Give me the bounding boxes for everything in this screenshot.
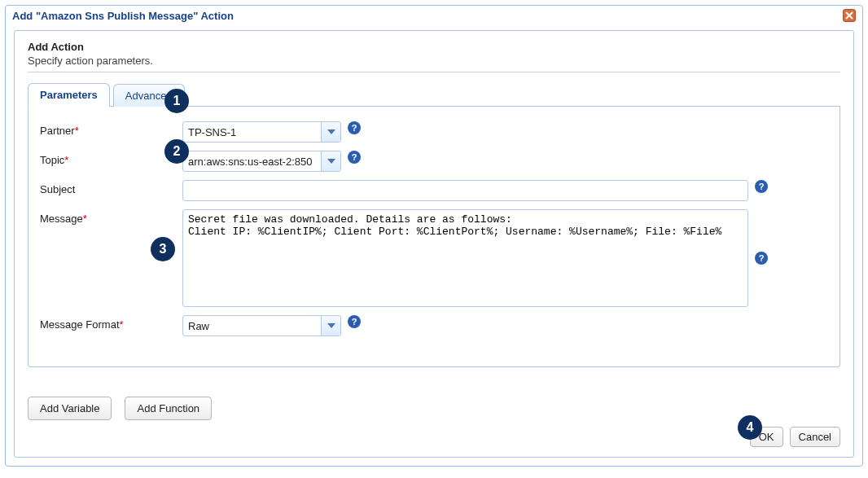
add-function-button[interactable]: Add Function xyxy=(125,397,212,420)
label-subject: Subject xyxy=(40,180,182,195)
dialog: Add "Amazon Sns Publish Message" Action … xyxy=(5,5,863,467)
tab-parameters[interactable]: Parameters xyxy=(28,83,110,107)
row-topic: Topic* ? xyxy=(40,151,828,172)
help-icon[interactable]: ? xyxy=(348,151,361,164)
cancel-button[interactable]: Cancel xyxy=(790,427,840,447)
dialog-body: Add Action Specify action parameters. Pa… xyxy=(6,25,862,466)
subject-input[interactable] xyxy=(182,180,748,201)
label-topic-text: Topic xyxy=(40,154,64,166)
required-marker: * xyxy=(75,125,79,137)
help-icon[interactable]: ? xyxy=(755,252,768,265)
section-subtitle: Specify action parameters. xyxy=(28,55,840,67)
topic-select-wrap xyxy=(182,151,341,172)
label-partner: Partner* xyxy=(40,121,182,137)
row-message: Message* ? xyxy=(40,209,828,307)
row-format: Message Format* ? xyxy=(40,315,828,336)
ok-button[interactable]: OK xyxy=(750,427,783,447)
titlebar: Add "Amazon Sns Publish Message" Action xyxy=(6,6,862,25)
label-format: Message Format* xyxy=(40,315,182,331)
dialog-footer: 4 OK Cancel xyxy=(28,427,840,447)
required-marker: * xyxy=(83,213,87,225)
message-textarea[interactable] xyxy=(182,209,748,307)
row-partner: Partner* ? xyxy=(40,121,828,143)
help-icon[interactable]: ? xyxy=(348,121,361,134)
required-marker: * xyxy=(120,318,124,331)
close-icon xyxy=(845,11,853,20)
divider xyxy=(28,72,840,72)
label-topic: Topic* xyxy=(40,151,182,166)
label-partner-text: Partner xyxy=(40,125,75,137)
message-wrap xyxy=(182,209,748,307)
help-icon[interactable]: ? xyxy=(755,180,768,193)
help-icon[interactable]: ? xyxy=(348,315,361,328)
section-title: Add Action xyxy=(28,41,840,53)
row-subject: Subject ? xyxy=(40,180,828,201)
close-button[interactable] xyxy=(843,9,856,22)
tab-advanced[interactable]: Advanced xyxy=(113,84,185,107)
format-select[interactable] xyxy=(182,315,341,336)
tab-bar: Parameters Advanced xyxy=(28,82,840,107)
label-message-text: Message xyxy=(40,213,83,225)
inner-panel: Add Action Specify action parameters. Pa… xyxy=(14,30,854,458)
subject-wrap xyxy=(182,180,748,201)
footer-buttons: Add Variable Add Function xyxy=(28,397,840,420)
format-select-wrap xyxy=(182,315,341,336)
partner-select[interactable] xyxy=(182,121,341,143)
label-message: Message* xyxy=(40,209,182,225)
partner-select-wrap xyxy=(182,121,341,143)
label-format-text: Message Format xyxy=(40,318,120,331)
tab-panel-parameters: Partner* ? Topic* xyxy=(28,107,840,367)
required-marker: * xyxy=(64,154,68,166)
add-variable-button[interactable]: Add Variable xyxy=(28,397,112,420)
topic-select[interactable] xyxy=(182,151,341,172)
dialog-title: Add "Amazon Sns Publish Message" Action xyxy=(12,10,234,22)
